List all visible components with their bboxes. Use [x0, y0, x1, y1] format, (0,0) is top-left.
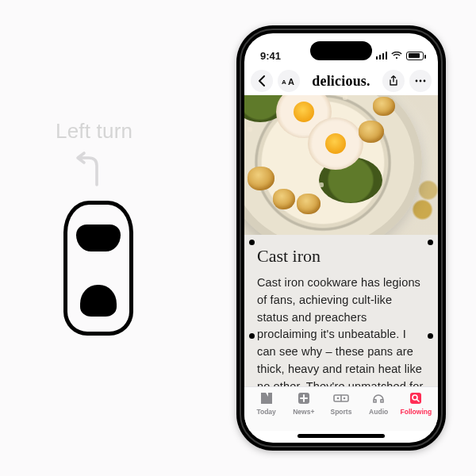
left-turn-label: Left turn	[56, 119, 132, 144]
svg-text:A: A	[282, 79, 286, 86]
battery-icon	[406, 52, 424, 60]
svg-point-2	[416, 80, 418, 83]
driving-hint: Left turn	[56, 119, 190, 336]
article-body[interactable]: Cast iron Cast iron cookware has legions…	[244, 235, 438, 386]
tab-bar: Today News+ Sports Audio	[244, 386, 438, 431]
sports-icon	[333, 390, 349, 406]
dynamic-island	[310, 41, 372, 60]
home-indicator[interactable]	[298, 434, 385, 438]
left-turn-arrow-icon	[73, 150, 106, 186]
selection-handle-icon	[428, 333, 433, 339]
tab-label: Today	[256, 408, 275, 416]
tab-newsplus[interactable]: News+	[286, 390, 321, 416]
article-heading: Cast iron	[257, 246, 425, 267]
share-button[interactable]	[382, 70, 405, 92]
text-size-button[interactable]: AA	[278, 70, 300, 92]
tab-audio[interactable]: Audio	[361, 390, 396, 416]
status-time: 9:41	[260, 50, 281, 62]
tab-sports[interactable]: Sports	[324, 390, 359, 416]
iphone-device-frame: 9:41 AA delicious.	[236, 25, 446, 451]
article-nav-bar: AA delicious.	[244, 67, 438, 95]
tab-label: Audio	[369, 408, 388, 416]
tab-label: Sports	[331, 408, 352, 416]
following-icon	[409, 390, 423, 406]
svg-point-9	[344, 397, 346, 400]
article-hero-image	[244, 95, 438, 235]
selection-handle-icon	[249, 240, 255, 245]
svg-rect-10	[410, 393, 421, 404]
back-button[interactable]	[251, 70, 273, 92]
selection-handle-icon	[428, 240, 433, 245]
svg-point-3	[420, 80, 422, 83]
tab-label: News+	[293, 408, 314, 416]
tab-today[interactable]: Today	[249, 390, 284, 416]
newsplus-icon	[297, 390, 311, 406]
tab-following[interactable]: Following	[398, 390, 433, 416]
selection-handle-icon	[249, 333, 255, 339]
tab-label: Following	[401, 408, 432, 416]
more-button[interactable]	[409, 70, 432, 92]
cellular-signal-icon	[376, 52, 388, 60]
article-paragraph: Cast iron cookware has legions of fans, …	[257, 274, 425, 386]
phone-screen: 9:41 AA delicious.	[244, 33, 438, 443]
car-icon	[63, 201, 133, 336]
svg-point-8	[337, 397, 340, 400]
publication-title: delicious.	[305, 73, 378, 90]
svg-point-4	[424, 80, 426, 83]
svg-text:A: A	[288, 77, 294, 86]
audio-icon	[371, 390, 386, 406]
today-icon	[259, 390, 274, 406]
wifi-icon	[391, 52, 402, 60]
